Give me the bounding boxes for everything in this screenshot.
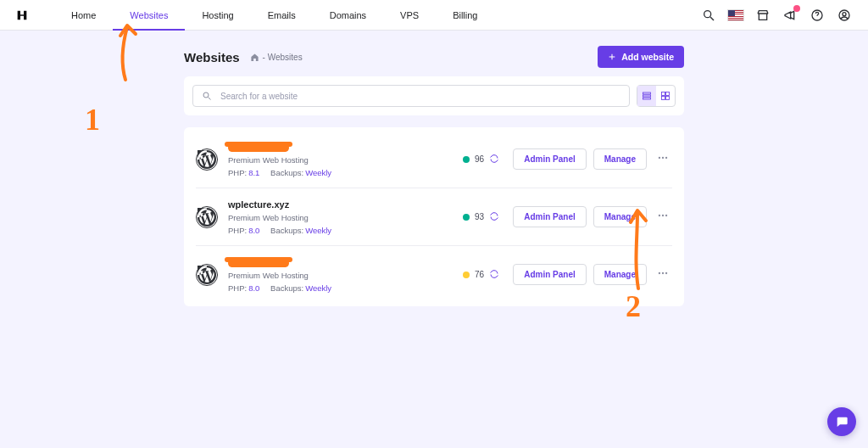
account-icon[interactable] xyxy=(836,7,853,24)
website-meta: PHP:8.0 Backups:Weekly xyxy=(228,283,449,293)
svg-point-24 xyxy=(665,272,667,273)
svg-point-7 xyxy=(203,92,209,98)
help-icon[interactable] xyxy=(809,7,826,24)
score-value: 96 xyxy=(475,154,484,164)
status-dot xyxy=(463,272,470,278)
chat-widget[interactable] xyxy=(827,407,856,436)
performance-score: 96 xyxy=(463,154,499,165)
view-toggle-group xyxy=(637,85,676,107)
php-value[interactable]: 8.1 xyxy=(248,168,259,177)
website-list: Premium Web Hosting PHP:8.1 Backups:Week… xyxy=(184,127,684,306)
website-info: Premium Web Hosting PHP:8.1 Backups:Week… xyxy=(228,141,449,177)
topnav: Home Websites Hosting Emails Domains VPS… xyxy=(0,0,868,31)
wordpress-icon xyxy=(196,264,218,286)
backups-label: Backups: xyxy=(270,168,303,177)
megaphone-icon[interactable] xyxy=(782,7,798,24)
notification-dot xyxy=(793,5,800,12)
status-dot xyxy=(463,156,470,163)
nav-tab-hosting[interactable]: Hosting xyxy=(185,0,250,30)
nav-tab-label: Home xyxy=(71,10,96,20)
row-actions: Admin Panel Manage xyxy=(513,148,672,170)
website-name[interactable] xyxy=(228,141,449,153)
nav-tab-label: Billing xyxy=(453,10,477,20)
brand-logo[interactable] xyxy=(14,7,31,24)
nav-tab-emails[interactable]: Emails xyxy=(251,0,313,30)
website-plan: Premium Web Hosting xyxy=(228,213,449,222)
nav-tab-label: VPS xyxy=(400,10,419,20)
website-info: Premium Web Hosting PHP:8.0 Backups:Week… xyxy=(228,256,449,293)
more-menu[interactable] xyxy=(654,152,672,167)
row-actions: Admin Panel Manage xyxy=(513,206,672,227)
svg-point-20 xyxy=(662,214,664,216)
add-website-label: Add website xyxy=(621,52,674,62)
wordpress-icon xyxy=(196,206,218,228)
refresh-button[interactable] xyxy=(489,154,499,165)
php-label: PHP: xyxy=(228,168,247,177)
admin-panel-button[interactable]: Admin Panel xyxy=(513,264,587,285)
website-name[interactable]: wplecture.xyz xyxy=(228,199,449,210)
admin-panel-button[interactable]: Admin Panel xyxy=(513,148,587,170)
nav-tab-label: Hosting xyxy=(202,10,233,20)
svg-line-8 xyxy=(209,98,211,100)
grid-view-toggle[interactable] xyxy=(656,86,675,106)
backups-value[interactable]: Weekly xyxy=(305,168,331,177)
flag-us-icon[interactable] xyxy=(727,7,744,24)
svg-point-4 xyxy=(843,12,846,15)
website-row: Premium Web Hosting PHP:8.0 Backups:Week… xyxy=(196,246,672,303)
status-dot xyxy=(463,214,470,221)
website-row: Premium Web Hosting PHP:8.1 Backups:Week… xyxy=(196,131,672,188)
svg-point-22 xyxy=(659,272,660,273)
wordpress-icon xyxy=(196,148,218,171)
backups-label: Backups: xyxy=(270,283,303,293)
nav-tab-home[interactable]: Home xyxy=(54,0,113,30)
refresh-button[interactable] xyxy=(489,269,499,281)
grid-view-icon xyxy=(660,91,670,101)
admin-panel-button[interactable]: Admin Panel xyxy=(513,206,587,227)
search-input[interactable] xyxy=(219,91,620,102)
breadcrumb[interactable]: - Websites xyxy=(250,53,303,62)
chat-icon xyxy=(835,415,849,428)
backups-value[interactable]: Weekly xyxy=(305,283,331,293)
svg-rect-9 xyxy=(643,92,651,94)
breadcrumb-text: - Websites xyxy=(263,53,303,62)
performance-score: 76 xyxy=(463,269,499,281)
svg-point-0 xyxy=(704,10,711,17)
refresh-button[interactable] xyxy=(489,211,499,223)
list-view-toggle[interactable] xyxy=(637,86,656,106)
nav-tab-websites[interactable]: Websites xyxy=(113,0,185,30)
search-box[interactable] xyxy=(192,85,630,107)
page-header: Websites - Websites Add website xyxy=(184,46,684,68)
php-value[interactable]: 8.0 xyxy=(248,283,259,293)
svg-rect-12 xyxy=(662,92,665,96)
manage-button[interactable]: Manage xyxy=(593,148,647,170)
php-label: PHP: xyxy=(228,283,247,293)
nav-tab-domains[interactable]: Domains xyxy=(313,0,383,30)
home-icon xyxy=(250,53,259,62)
redaction-mark xyxy=(228,259,289,267)
svg-rect-14 xyxy=(662,97,665,100)
website-name[interactable] xyxy=(228,256,449,268)
svg-point-21 xyxy=(665,214,667,216)
search-icon[interactable] xyxy=(700,7,717,24)
website-meta: PHP:8.0 Backups:Weekly xyxy=(228,226,449,235)
svg-point-17 xyxy=(662,156,664,158)
add-website-button[interactable]: Add website xyxy=(598,46,684,68)
search-icon xyxy=(202,91,212,101)
performance-score: 93 xyxy=(463,211,499,223)
website-info: wplecture.xyz Premium Web Hosting PHP:8.… xyxy=(228,199,449,235)
plus-icon xyxy=(608,53,616,61)
nav-tabs: Home Websites Hosting Emails Domains VPS… xyxy=(54,0,494,30)
php-label: PHP: xyxy=(228,226,247,235)
nav-tab-vps[interactable]: VPS xyxy=(383,0,436,30)
backups-label: Backups: xyxy=(270,226,303,235)
php-value[interactable]: 8.0 xyxy=(248,226,259,235)
store-icon[interactable] xyxy=(754,7,771,24)
website-plan: Premium Web Hosting xyxy=(228,271,449,280)
nav-tab-billing[interactable]: Billing xyxy=(436,0,494,30)
more-menu[interactable] xyxy=(654,267,672,283)
topnav-right xyxy=(700,7,853,24)
more-menu[interactable] xyxy=(654,210,672,225)
manage-button[interactable]: Manage xyxy=(593,206,647,227)
backups-value[interactable]: Weekly xyxy=(305,226,331,235)
manage-button[interactable]: Manage xyxy=(593,264,647,285)
